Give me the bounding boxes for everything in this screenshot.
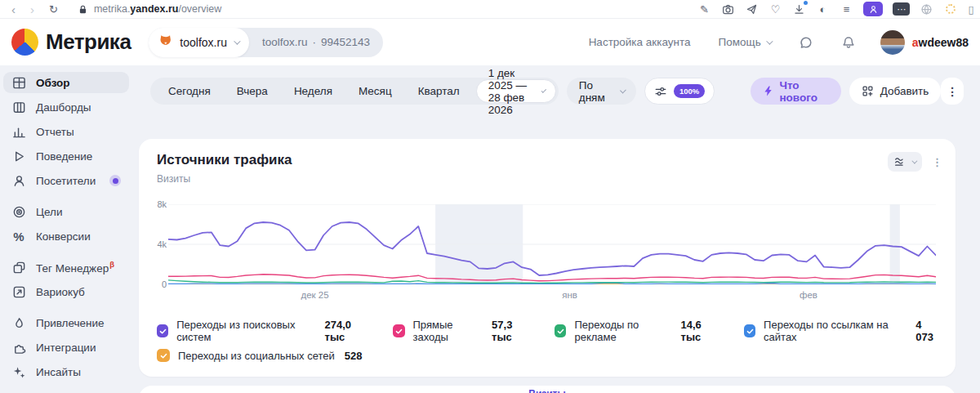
legend-checkbox[interactable] [744, 324, 755, 337]
send-icon[interactable] [745, 2, 759, 16]
sidebar-item-insights[interactable]: Инсайты [3, 361, 129, 382]
sidebar-item-label: Посетители [36, 175, 96, 187]
fox-favicon-icon [159, 33, 173, 51]
legend-checkbox[interactable] [157, 324, 168, 337]
line-chart[interactable] [168, 204, 936, 284]
legend-item[interactable]: Переходы по рекламе14,6 тыс [555, 319, 719, 343]
user-avatar[interactable] [880, 30, 905, 55]
range-button[interactable]: Вчера [224, 85, 281, 97]
lock-icon [78, 4, 88, 15]
sidebar-item-overview-grid[interactable]: Обзор [3, 72, 129, 93]
x-tick-label: янв [562, 290, 577, 300]
chat-icon[interactable] [799, 35, 813, 50]
goals-icon [11, 204, 26, 219]
sidebar-item-label: Тег Менеджерβ [36, 260, 114, 275]
menu-icon[interactable]: ≡ [840, 2, 853, 16]
conversions-icon: % [11, 229, 26, 243]
notification-dot [804, 1, 808, 5]
counter-dropdown[interactable]: toolfox.ru [149, 28, 249, 57]
date-range-picker[interactable]: 1 дек 2025 — 28 фев 2026 [476, 79, 556, 103]
heart-icon[interactable]: ♡ [768, 2, 782, 16]
legend-value: 14,6 тыс [681, 319, 719, 343]
toolbar-kebab-menu[interactable]: ⋮ [941, 78, 964, 105]
series-line [168, 275, 936, 281]
counter-domain: toolfox.ru [180, 36, 227, 49]
browser-bar: ‹ › ↻ metrika.yandex.ru/overview ✎♡◐≡⋯▯ [0, 0, 980, 19]
range-button[interactable]: Квартал [405, 85, 473, 97]
sidebar-item-label: Дашборды [36, 101, 91, 114]
sidebar-item-conversions[interactable]: %Конверсии [3, 226, 129, 247]
range-button[interactable]: Месяц [345, 85, 405, 97]
account-settings-link[interactable]: Настройка аккаунта [589, 36, 691, 48]
sidebar-item-label: Обзор [36, 77, 70, 89]
clipped-icon[interactable]: ▯ [967, 2, 975, 16]
sidebar-item-label: Интеграции [36, 342, 96, 354]
chevron-down-icon [766, 38, 773, 44]
range-button[interactable]: Сегодня [155, 85, 224, 97]
legend-item[interactable]: Переходы из поисковых систем274,0 тыс [157, 319, 368, 343]
camera-icon[interactable] [721, 2, 735, 16]
sidebar-item-reports[interactable]: Отчеты [3, 121, 129, 142]
beta-badge: β [109, 260, 114, 269]
help-menu[interactable]: Помощь [719, 36, 771, 48]
sidebar-item-visitors[interactable]: Посетители [3, 170, 129, 191]
range-button[interactable]: Неделя [281, 85, 345, 97]
widget-subtitle: Визиты [157, 173, 190, 185]
metrika-logo[interactable]: Метрика [0, 29, 131, 56]
sampling-button[interactable]: 100% [644, 78, 715, 105]
legend-checkbox[interactable] [555, 324, 566, 337]
more-icon[interactable]: ⋯ [893, 2, 910, 16]
bolt-icon [764, 85, 773, 97]
legend-item[interactable]: Переходы из социальных сетей528 [157, 349, 363, 362]
sidebar-item-dashboards[interactable]: Дашборды [3, 96, 129, 118]
legend-item[interactable]: Прямые заходы57,3 тыс [393, 319, 530, 343]
sidebar-item-tag-manager[interactable]: Тег Менеджерβ [3, 257, 129, 278]
browser-extensions-row: ✎♡◐≡⋯▯ [697, 2, 980, 16]
legend-checkbox[interactable] [157, 349, 170, 362]
address-bar[interactable]: metrika.yandex.ru/overview [78, 3, 221, 15]
profile-icon[interactable] [863, 2, 883, 16]
sidebar-item-label: Привлечение [36, 317, 105, 329]
y-tick-label: 0 [145, 279, 167, 289]
counter-selector[interactable]: toolfox.ru toolfox.ru·99452143 [149, 28, 383, 57]
chevron-down-icon [234, 38, 240, 44]
y-tick-label: 8k [145, 199, 167, 209]
chevron-down-icon [541, 87, 546, 92]
compose-icon[interactable]: ✎ [697, 2, 711, 16]
reports-icon [11, 124, 26, 139]
spinner-icon[interactable] [943, 2, 957, 16]
widget-kebab-menu[interactable]: ⋮ [932, 157, 942, 167]
browser-reload-button[interactable]: ↻ [49, 4, 58, 15]
legend-label: Прямые заходы [413, 319, 483, 343]
sidebar-item-variocube[interactable]: Вариокуб [3, 281, 129, 302]
legend-checkbox[interactable] [393, 324, 404, 337]
sampling-badge: 100% [674, 84, 705, 98]
sidebar-item-attraction[interactable]: Привлечение [3, 312, 129, 333]
add-widget-button[interactable]: Добавить [849, 78, 942, 105]
browser-back-button[interactable]: ‹ [11, 3, 16, 16]
series-line [168, 222, 936, 275]
main-content: СегодняВчераНеделяМесяцКвартал1 дек 2025… [137, 65, 980, 393]
granularity-dropdown[interactable]: По дням [567, 78, 636, 105]
attraction-icon [11, 315, 26, 330]
contrast-icon[interactable]: ◐ [816, 2, 830, 16]
globe-icon[interactable] [920, 2, 933, 16]
date-range-value: 1 дек 2025 — 28 фев 2026 [488, 67, 534, 116]
legend-value: 274,0 тыс [325, 319, 369, 343]
username[interactable]: awdeew88 [912, 36, 969, 49]
browser-forward-button[interactable]: › [30, 3, 34, 16]
date-range-group: СегодняВчераНеделяМесяцКвартал1 дек 2025… [150, 78, 559, 105]
legend-item[interactable]: Переходы по ссылкам на сайтах4 073 [744, 319, 939, 343]
sidebar-item-behavior[interactable]: Поведение [3, 145, 129, 167]
y-tick-label: 4k [145, 239, 167, 249]
sidebar-item-integrations[interactable]: Интеграции [3, 337, 129, 358]
bell-icon[interactable] [841, 35, 856, 50]
sidebar-nav: ОбзорДашбордыОтчетыПоведениеПосетителиЦе… [0, 65, 137, 393]
sidebar-item-label: Конверсии [36, 230, 91, 243]
whats-new-button[interactable]: Что нового [751, 78, 840, 105]
download-icon[interactable] [792, 2, 806, 16]
sidebar-item-goals[interactable]: Цели [3, 201, 129, 222]
sidebar-item-label: Цели [36, 206, 62, 218]
chart-type-dropdown[interactable] [888, 152, 922, 172]
legend-label: Переходы по рекламе [574, 319, 670, 343]
